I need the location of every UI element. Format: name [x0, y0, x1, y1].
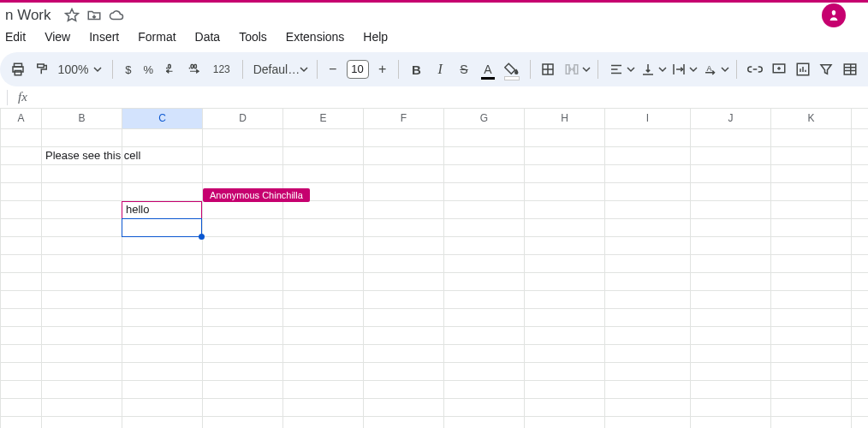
- cell-I4[interactable]: [605, 182, 691, 200]
- cell-B11[interactable]: [42, 308, 122, 326]
- column-header-G[interactable]: G: [444, 109, 525, 128]
- cell-stub[interactable]: [852, 416, 869, 428]
- grid-table[interactable]: ABCDEFGHIJK Please see this cellhello: [0, 109, 868, 428]
- cell-B13[interactable]: [42, 344, 122, 362]
- menu-help[interactable]: Help: [361, 28, 389, 45]
- cell-K6[interactable]: [771, 218, 852, 236]
- cell-stub[interactable]: [852, 146, 869, 164]
- column-header-F[interactable]: F: [364, 109, 444, 128]
- cell-D14[interactable]: [203, 362, 283, 380]
- cell-I15[interactable]: [605, 380, 691, 398]
- currency-button[interactable]: $: [120, 63, 136, 76]
- cell-C1[interactable]: [122, 128, 203, 146]
- cell-B5[interactable]: [42, 200, 122, 218]
- cell-H5[interactable]: [525, 200, 605, 218]
- filter-icon[interactable]: [815, 57, 837, 81]
- cell-K4[interactable]: [771, 182, 852, 200]
- cell-A17[interactable]: [1, 416, 42, 428]
- cell-H17[interactable]: [525, 416, 605, 428]
- cell-J12[interactable]: [691, 326, 771, 344]
- cell-H1[interactable]: [525, 128, 605, 146]
- text-rotation-button[interactable]: A: [699, 57, 722, 81]
- cell-F6[interactable]: [364, 218, 444, 236]
- cell-A8[interactable]: [1, 254, 42, 272]
- cell-C16[interactable]: [122, 398, 203, 416]
- cell-D15[interactable]: [203, 380, 283, 398]
- cell-J10[interactable]: [691, 290, 771, 308]
- cell-D7[interactable]: [203, 236, 283, 254]
- cell-B10[interactable]: [42, 290, 122, 308]
- cell-J8[interactable]: [691, 254, 771, 272]
- cell-K10[interactable]: [771, 290, 852, 308]
- cell-J17[interactable]: [691, 416, 771, 428]
- cell-B8[interactable]: [42, 254, 122, 272]
- cell-E15[interactable]: [283, 380, 364, 398]
- vertical-align-button[interactable]: [637, 57, 659, 81]
- cell-F8[interactable]: [364, 254, 444, 272]
- cell-K1[interactable]: [771, 128, 852, 146]
- cell-stub[interactable]: [852, 362, 869, 380]
- cell-C14[interactable]: [122, 362, 203, 380]
- cell-G15[interactable]: [444, 380, 525, 398]
- cell-K11[interactable]: [771, 308, 852, 326]
- cell-H15[interactable]: [525, 380, 605, 398]
- anonymous-avatar[interactable]: [822, 3, 846, 27]
- percent-button[interactable]: %: [139, 63, 159, 76]
- cell-F17[interactable]: [364, 416, 444, 428]
- column-header-A[interactable]: A: [1, 109, 42, 128]
- cell-A1[interactable]: [1, 128, 42, 146]
- cell-stub[interactable]: [852, 236, 869, 254]
- cell-F7[interactable]: [364, 236, 444, 254]
- cell-E13[interactable]: [283, 344, 364, 362]
- formula-input[interactable]: [31, 86, 868, 108]
- cell-F15[interactable]: [364, 380, 444, 398]
- cell-I17[interactable]: [605, 416, 691, 428]
- cell-B4[interactable]: [42, 182, 122, 200]
- cell-H13[interactable]: [525, 344, 605, 362]
- paint-format-icon[interactable]: [31, 57, 53, 81]
- cell-A14[interactable]: [1, 362, 42, 380]
- menu-data[interactable]: Data: [193, 28, 223, 45]
- cell-K8[interactable]: [771, 254, 852, 272]
- cell-E10[interactable]: [283, 290, 364, 308]
- cell-F11[interactable]: [364, 308, 444, 326]
- column-header-C[interactable]: C: [122, 109, 203, 128]
- star-icon[interactable]: [63, 7, 80, 24]
- caret-down-icon[interactable]: [658, 62, 667, 77]
- menu-edit[interactable]: Edit: [3, 28, 27, 45]
- move-folder-icon[interactable]: [86, 7, 103, 24]
- cell-A7[interactable]: [1, 236, 42, 254]
- cell-F1[interactable]: [364, 128, 444, 146]
- cell-J5[interactable]: [691, 200, 771, 218]
- cell-K2[interactable]: [771, 146, 852, 164]
- cell-D5[interactable]: [203, 200, 283, 218]
- cell-K7[interactable]: [771, 236, 852, 254]
- cell-stub[interactable]: [852, 308, 869, 326]
- cell-D11[interactable]: [203, 308, 283, 326]
- cell-A4[interactable]: [1, 182, 42, 200]
- cell-D16[interactable]: [203, 398, 283, 416]
- cell-G2[interactable]: [444, 146, 525, 164]
- fill-color-button[interactable]: [501, 57, 523, 81]
- cell-G14[interactable]: [444, 362, 525, 380]
- cell-B7[interactable]: [42, 236, 122, 254]
- cell-J9[interactable]: [691, 272, 771, 290]
- cell-B15[interactable]: [42, 380, 122, 398]
- cell-F16[interactable]: [364, 398, 444, 416]
- cell-H7[interactable]: [525, 236, 605, 254]
- menu-format[interactable]: Format: [136, 28, 177, 45]
- column-header-H[interactable]: H: [525, 109, 605, 128]
- cell-J13[interactable]: [691, 344, 771, 362]
- cell-I13[interactable]: [605, 344, 691, 362]
- cell-J1[interactable]: [691, 128, 771, 146]
- cell-stub[interactable]: [852, 218, 869, 236]
- horizontal-align-button[interactable]: [605, 57, 627, 81]
- cell-stub[interactable]: [852, 254, 869, 272]
- cell-stub[interactable]: [852, 398, 869, 416]
- cell-I12[interactable]: [605, 326, 691, 344]
- cell-B17[interactable]: [42, 416, 122, 428]
- cell-E7[interactable]: [283, 236, 364, 254]
- cell-stub[interactable]: [852, 380, 869, 398]
- column-header-J[interactable]: J: [691, 109, 771, 128]
- cell-K16[interactable]: [771, 398, 852, 416]
